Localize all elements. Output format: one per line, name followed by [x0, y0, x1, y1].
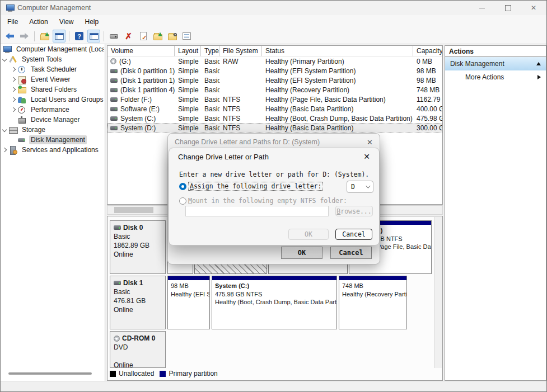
primary-partition-swatch: [160, 371, 166, 377]
toolbar: [1, 29, 546, 44]
export-folder-icon[interactable]: [38, 30, 51, 42]
validate-document-icon[interactable]: [137, 30, 149, 42]
chevron-right-icon[interactable]: [11, 67, 16, 72]
column-layout[interactable]: Layout: [175, 46, 201, 56]
close-icon[interactable]: ✕: [367, 138, 373, 147]
tree-item-computer-management[interactable]: Computer Management (Local): [1, 44, 105, 54]
event-log-icon: [17, 75, 26, 84]
menu-file[interactable]: File: [2, 16, 24, 27]
table-row[interactable]: (Disk 1 partition 1) Simple Basic Health…: [107, 75, 442, 85]
find-folder-icon[interactable]: [166, 30, 179, 42]
storage-icon: [8, 126, 17, 134]
tree-item-performance[interactable]: Performance: [1, 105, 105, 115]
graphical-view-vertical-scrollbar[interactable]: [434, 217, 442, 368]
chevron-right-icon[interactable]: [11, 87, 16, 92]
tree-item-task-scheduler[interactable]: Task Scheduler: [1, 64, 105, 74]
disk-1-label[interactable]: Disk 1 Basic 476.81 GB Online: [110, 276, 166, 329]
assign-drive-letter-option: Assign the following drive letter:: [179, 182, 323, 191]
more-actions-item[interactable]: More Actions: [445, 70, 546, 84]
scrollbar-thumb[interactable]: [8, 372, 92, 375]
assign-label[interactable]: Assign the following drive letter:: [188, 182, 323, 191]
tree-item-device-manager[interactable]: Device Manager: [1, 115, 105, 125]
clock-icon: [17, 65, 26, 74]
disk-icon: [17, 136, 26, 144]
disc-icon: [114, 336, 120, 342]
menu-help[interactable]: Help: [80, 16, 105, 27]
drive-icon: [110, 116, 118, 121]
tree-horizontal-scrollbar[interactable]: [1, 372, 105, 375]
column-volume[interactable]: Volume: [107, 46, 175, 56]
column-type[interactable]: Type: [201, 46, 219, 56]
close-icon[interactable]: ✕: [363, 152, 370, 161]
chevron-right-icon[interactable]: [11, 107, 16, 112]
drive-icon: [110, 126, 118, 130]
app-icon: [6, 4, 15, 12]
toolbar-separator: [34, 31, 35, 41]
browse-button[interactable]: Browse...: [335, 206, 373, 216]
cancel-button[interactable]: Cancel: [335, 229, 372, 240]
drive-letter-dropdown[interactable]: D: [347, 181, 373, 193]
tree-item-event-viewer[interactable]: Event Viewer: [1, 74, 105, 84]
column-status[interactable]: Status: [262, 46, 413, 56]
scrollbar-thumb[interactable]: [114, 207, 153, 213]
chevron-right-icon[interactable]: [11, 77, 16, 82]
radio-assign-selected[interactable]: [179, 183, 186, 190]
services-icon: [8, 146, 17, 154]
forward-icon[interactable]: [18, 30, 31, 42]
cancel-button[interactable]: Cancel: [330, 247, 372, 259]
show-action-pane-icon[interactable]: [87, 30, 100, 42]
partition-system-c[interactable]: System (C:)475.98 GB NTFSHealthy (Boot, …: [212, 276, 337, 329]
tree-item-storage[interactable]: Storage: [1, 125, 105, 135]
device-icon: [17, 116, 26, 124]
collapse-icon[interactable]: [536, 62, 541, 65]
menu-view[interactable]: View: [54, 16, 80, 27]
tree-item-local-users-groups[interactable]: Local Users and Groups: [1, 95, 105, 105]
cdrom-0-media-area: [167, 331, 431, 368]
drive-icon: [110, 107, 118, 111]
chevron-right-icon[interactable]: [2, 148, 7, 152]
shared-folder-icon: [17, 86, 26, 94]
dialog-prompt: Enter a new drive letter or path for D: …: [179, 171, 369, 178]
customize-list-icon[interactable]: [180, 30, 193, 42]
mount-path-input[interactable]: [185, 206, 329, 216]
maximize-button[interactable]: [495, 1, 521, 15]
help-icon[interactable]: [73, 30, 86, 42]
menu-action[interactable]: Action: [24, 16, 53, 27]
ok-button[interactable]: OK: [288, 229, 329, 240]
back-icon[interactable]: [3, 30, 16, 42]
table-row[interactable]: (Disk 0 partition 1) Simple Basic Health…: [107, 66, 442, 75]
partition-recovery[interactable]: 748 MBHealthy (Recovery Partition): [339, 276, 407, 329]
tree-item-services-applications[interactable]: Services and Applications: [1, 145, 105, 155]
ok-button[interactable]: OK: [281, 247, 322, 259]
titlebar: Computer Management: [1, 1, 546, 15]
close-button[interactable]: [521, 1, 546, 15]
tree-item-disk-management[interactable]: Disk Management: [1, 135, 105, 145]
table-row[interactable]: (G:) Simple Basic RAW Healthy (Primary P…: [107, 56, 442, 66]
disk-0-label[interactable]: Disk 0 Basic 1862.89 GB Online: [110, 220, 166, 274]
chevron-down-icon[interactable]: [2, 127, 7, 132]
chevron-down-icon[interactable]: [2, 57, 7, 62]
partition-efi[interactable]: 98 MBHealthy (EFI System Partition): [167, 276, 210, 329]
mount-label[interactable]: Mount in the following empty NTFS folder…: [188, 197, 347, 205]
minimize-button[interactable]: [469, 1, 495, 15]
actions-group-disk-management[interactable]: Disk Management: [445, 57, 546, 70]
table-row[interactable]: (Disk 1 partition 4) Simple Basic Health…: [107, 85, 442, 95]
column-capacity[interactable]: Capacity: [413, 46, 442, 56]
tree-item-shared-folders[interactable]: Shared Folders: [1, 84, 105, 95]
radio-mount-unselected[interactable]: [179, 197, 186, 205]
toolbar-separator: [69, 31, 69, 41]
tree-item-system-tools[interactable]: System Tools: [1, 54, 105, 64]
up-folder-icon[interactable]: [151, 30, 164, 42]
cdrom-0-label[interactable]: CD-ROM 0 DVD Online: [110, 331, 166, 368]
device-tool-icon[interactable]: [107, 30, 120, 42]
table-row[interactable]: System (C:) Simple Basic NTFS Healthy (B…: [107, 114, 442, 123]
show-console-tree-icon[interactable]: [53, 30, 66, 42]
chevron-right-icon[interactable]: [11, 97, 16, 102]
computer-management-window: Computer Management File Action View Hel…: [0, 0, 547, 392]
table-row-selected[interactable]: System (D:) Simple Basic NTFS Healthy (B…: [107, 123, 442, 133]
window-title: Computer Management: [17, 4, 91, 12]
column-file-system[interactable]: File System: [219, 46, 262, 56]
table-row[interactable]: Folder (F:) Simple Basic NTFS Healthy (P…: [107, 95, 442, 104]
delete-icon[interactable]: [122, 30, 135, 42]
table-row[interactable]: Software (E:) Simple Basic NTFS Healthy …: [107, 104, 442, 114]
